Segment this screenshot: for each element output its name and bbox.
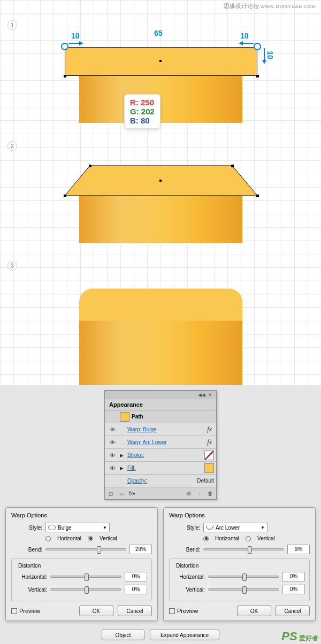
expand-tri-icon[interactable]: ▶ [120,465,125,471]
watermark-url: WWW.MISSYUAN.COM [261,4,316,9]
panel-footer: ◻ ▭ fx▾ ⊘ ▫ 🗑 [105,487,216,499]
anchor2-br[interactable] [256,195,259,197]
cylinder-body-2 [79,195,242,243]
rgb-tooltip: R: 250 G: 202 B: 80 [124,94,160,129]
eye-icon[interactable]: 👁 [107,439,118,446]
appearance-row-arc[interactable]: 👁 Warp: Arc Lower fx [105,436,216,449]
eye-icon[interactable]: 👁 [107,426,118,433]
radio-vertical[interactable] [246,536,251,541]
center-pt-2[interactable] [159,180,162,182]
fx-menu-icon[interactable]: fx▾ [128,490,136,497]
appearance-row-stroke[interactable]: 👁 ▶ Stroke: [105,449,216,462]
stroke-label[interactable]: Stroke: [127,452,202,458]
style-dropdown[interactable]: Bulge ▼ [45,523,110,532]
bend-slider[interactable] [203,548,284,550]
preview-checkbox[interactable] [11,608,17,614]
distortion-title: Distortion [174,563,201,569]
object-button[interactable]: Object [102,630,144,640]
cancel-button[interactable]: Cancel [118,606,152,616]
rounded-top-shape [79,289,242,321]
path-swatch[interactable] [120,412,129,422]
dist-v-value[interactable]: 0% [125,585,147,594]
radio-vertical[interactable] [88,536,93,541]
bend-value[interactable]: 29% [129,545,152,554]
clear-icon[interactable]: ⊘ [185,490,193,497]
rgb-b: B: 80 [130,116,155,125]
step-badge-1: 1 [7,20,17,30]
new-fill-icon[interactable]: ◻ [107,490,114,497]
anchor-bl[interactable] [64,75,66,77]
warp-dialog-bulge[interactable]: Warp Options Style: Bulge ▼ Horizontal V… [5,507,158,621]
eye-icon[interactable]: 👁 [107,452,118,459]
bend-value[interactable]: 9% [287,545,310,554]
ok-button[interactable]: OK [237,606,271,616]
dim-10-v: 10 [266,51,274,59]
opacity-label[interactable]: Opacity: [127,478,195,484]
center-pt-1[interactable] [159,60,162,62]
panel-header: ◀◀ ✕ [105,391,216,399]
path-label: Path [132,414,214,420]
anchor-br[interactable] [256,75,259,77]
watermark-top: 思缘设计论坛 WWW.MISSYUAN.COM [224,2,316,10]
warp-arc-label[interactable]: Warp: Arc Lower [127,439,205,445]
panel-collapse-icon[interactable]: ◀◀ [198,392,205,398]
artboard-canvas: 思缘设计论坛 WWW.MISSYUAN.COM 1 10 65 10 10 R:… [0,0,321,385]
appearance-row-path[interactable]: Path [105,410,216,423]
dist-v-value[interactable]: 0% [282,585,305,594]
warp-dialog-arc[interactable]: Warp Options Style: Arc Lower ▼ Horizont… [163,507,316,621]
dim-65: 65 [154,29,163,37]
rgb-r: R: 250 [130,98,155,107]
dist-v-slider[interactable] [208,588,279,591]
anchor-circle-left[interactable] [61,43,68,50]
appearance-row-opacity[interactable]: Opacity: Default [105,475,216,487]
style-dropdown[interactable]: Arc Lower ▼ [203,523,268,532]
arrow-10-right [242,43,254,44]
distortion-fieldset: Distortion Horizontal: 0% Vertical: 0% [11,558,152,601]
arc-shape-icon [206,525,213,530]
trash-icon[interactable]: 🗑 [207,490,214,497]
anchor2-tl[interactable] [89,165,91,167]
bulge-shape-icon [48,525,56,530]
bend-label: Bend: [169,547,200,553]
fx-icon[interactable]: fx [207,438,214,446]
expand-appearance-button[interactable]: Expand Appearance [150,630,219,640]
appearance-row-bulge[interactable]: 👁 Warp: Bulge fx [105,423,216,436]
dist-h-value[interactable]: 0% [282,572,305,581]
anchor-circle-right[interactable] [254,43,261,50]
dialog-title: Warp Options [11,512,152,518]
radio-h-label: Horizontal [57,536,81,541]
anchor2-tr[interactable] [231,165,234,167]
dist-h-value[interactable]: 0% [125,572,147,581]
bend-label: Bend: [11,547,42,553]
appearance-panel[interactable]: ◀◀ ✕ Appearance Path 👁 Warp: Bulge fx 👁 … [104,390,217,500]
stroke-swatch[interactable] [204,451,214,460]
new-stroke-icon[interactable]: ▭ [118,490,125,497]
warp-bulge-label[interactable]: Warp: Bulge [127,426,205,432]
cancel-button[interactable]: Cancel [276,606,310,616]
fill-swatch[interactable] [204,463,214,473]
dist-h-slider[interactable] [208,576,279,578]
panel-close-icon[interactable]: ✕ [207,392,214,398]
appearance-row-fill[interactable]: 👁 ▶ Fill: [105,462,216,475]
radio-horizontal[interactable] [45,536,51,541]
preview-checkbox[interactable] [169,608,175,614]
dialog-title: Warp Options [169,512,310,518]
ok-button[interactable]: OK [79,606,113,616]
dist-h-label: Horizontal: [174,574,205,580]
radio-horizontal[interactable] [203,536,209,541]
expand-tri-icon[interactable]: ▶ [120,453,125,458]
eye-icon[interactable]: 👁 [107,465,118,471]
fx-icon[interactable]: fx [207,425,214,433]
anchor2-bl[interactable] [64,195,66,197]
dist-h-slider[interactable] [50,576,121,578]
duplicate-icon[interactable]: ▫ [196,490,203,497]
fill-label[interactable]: Fill: [127,465,202,471]
style-label: Style: [169,525,200,531]
panels-area: ◀◀ ✕ Appearance Path 👁 Warp: Bulge fx 👁 … [0,385,321,644]
dist-v-slider[interactable] [50,588,121,591]
bend-slider[interactable] [45,548,126,550]
cylinder-body-1 [79,75,242,123]
opacity-value: Default [197,478,214,484]
bottom-buttons: Object Expand Appearance [5,630,316,644]
cylinder-body-3 [79,315,242,385]
